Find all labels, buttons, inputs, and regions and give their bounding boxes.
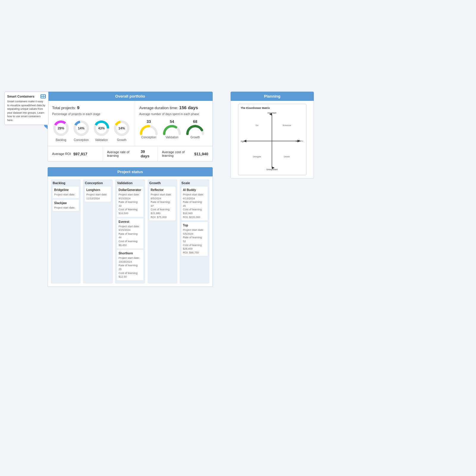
svg-text:Delegate: Delegate bbox=[253, 156, 261, 158]
avg-cost-value: $11,940 bbox=[194, 152, 208, 156]
kanban-board: Backlog Bridgeline Project start date: S… bbox=[48, 176, 213, 287]
overall-portfolio-header: Overall portfolio bbox=[48, 92, 213, 101]
gauge-validation: 54 Validation bbox=[162, 119, 181, 139]
smart-container-title: Smart Containers bbox=[7, 94, 46, 98]
avg-duration-value: 156 days bbox=[179, 105, 198, 110]
col-title-conception: Conception bbox=[85, 181, 111, 185]
col-title-scale: Scale bbox=[181, 181, 208, 185]
svg-text:14%: 14% bbox=[78, 126, 84, 130]
svg-text:Schedule: Schedule bbox=[282, 124, 291, 126]
avg-duration-line: Average duration time: 156 days bbox=[139, 105, 208, 110]
planning-header: Planning bbox=[231, 92, 314, 101]
overall-portfolio-section: Overall portfolio Total projects: 9 Perc… bbox=[48, 92, 213, 162]
col-title-backlog: Backlog bbox=[53, 181, 79, 185]
svg-text:Urgent: Urgent bbox=[241, 140, 246, 143]
kanban-card[interactable]: Shorthorn Project start date: 10/28/2024… bbox=[117, 250, 143, 280]
svg-text:Delete: Delete bbox=[284, 156, 290, 158]
kanban-card[interactable]: Everest Project start date: 9/15/2024Rat… bbox=[117, 218, 143, 249]
avg-rate-value: 39 days bbox=[141, 149, 154, 158]
donut-validation: 43% Validation bbox=[93, 119, 110, 142]
avg-rate-stat: Average rate of learning 39 days bbox=[103, 146, 158, 161]
portfolio-top: Total projects: 9 Percentage of projects… bbox=[48, 101, 212, 146]
avg-roi-stat: Average ROI $97,917 bbox=[48, 146, 103, 161]
donut-row: 29% Backlog 14% Conception bbox=[52, 119, 131, 142]
gauge-row: 33 Conception 54 bbox=[139, 119, 208, 139]
svg-rect-2 bbox=[41, 97, 43, 98]
col-title-validation: Validation bbox=[117, 181, 143, 185]
svg-text:Unimportant: Unimportant bbox=[266, 168, 278, 171]
planning-section: Planning The Eisenhower Matrix bbox=[231, 92, 314, 178]
kanban-card[interactable]: Top Project start date: 5/5/2024Rate of … bbox=[181, 222, 208, 256]
svg-rect-3 bbox=[43, 97, 45, 98]
donut-growth: 14% Growth bbox=[113, 119, 131, 142]
smart-container-description: Smart containers make it easy to visuali… bbox=[7, 100, 46, 122]
avg-days-label: Average number of days spent in each pha… bbox=[139, 112, 208, 116]
project-status-header: Project status bbox=[48, 167, 213, 176]
donut-backlog: 29% Backlog bbox=[52, 119, 70, 142]
planning-body: The Eisenhower Matrix bbox=[231, 101, 314, 178]
col-title-growth: Growth bbox=[149, 181, 176, 185]
svg-text:Important: Important bbox=[267, 112, 276, 114]
svg-text:Do: Do bbox=[256, 124, 259, 126]
kanban-card[interactable]: Slackjaw Project start date: bbox=[53, 200, 79, 211]
portfolio-bottom-stats: Average ROI $97,917 Average rate of lear… bbox=[48, 146, 212, 161]
kanban-card[interactable]: AI Buddy Project start date: 6/13/2024Ra… bbox=[181, 187, 208, 220]
project-status-section: Project status Backlog Bridgeline Projec… bbox=[48, 167, 213, 287]
kanban-card[interactable]: DollarGenerator Project start date: 9/15… bbox=[117, 187, 143, 217]
total-projects-value: 9 bbox=[77, 105, 79, 110]
kanban-col-backlog: Backlog Bridgeline Project start date: S… bbox=[51, 179, 81, 284]
kanban-col-conception: Conception Longhorn Project start date: … bbox=[83, 179, 113, 284]
gauge-growth: 68 Growth bbox=[186, 119, 205, 139]
overall-portfolio-body: Total projects: 9 Percentage of projects… bbox=[48, 101, 213, 162]
avg-roi-value: $97,917 bbox=[73, 152, 87, 156]
kanban-col-scale: Scale AI Buddy Project start date: 6/13/… bbox=[180, 179, 209, 284]
kanban-card[interactable]: Reflector Project start date: 8/5/2024Ra… bbox=[149, 187, 176, 220]
kanban-col-growth: Growth Reflector Project start date: 8/5… bbox=[148, 179, 177, 284]
kanban-col-validation: Validation DollarGenerator Project start… bbox=[115, 179, 145, 284]
svg-text:Not urgent: Not urgent bbox=[296, 140, 303, 142]
svg-text:29%: 29% bbox=[58, 126, 64, 130]
kanban-card[interactable]: Bridgeline Project start date: bbox=[53, 187, 79, 198]
percentage-label: Percentage of projects in each stage bbox=[52, 112, 131, 116]
eisenhower-title: The Eisenhower Matrix bbox=[241, 107, 304, 109]
svg-rect-0 bbox=[41, 95, 43, 96]
donut-conception: 14% Conception bbox=[72, 119, 90, 142]
kanban-card[interactable]: Longhorn Project start date: 11/13/2024 bbox=[85, 187, 111, 202]
svg-text:43%: 43% bbox=[98, 126, 105, 130]
svg-rect-1 bbox=[43, 95, 45, 96]
avg-cost-stat: Average cost of learning $11,940 bbox=[158, 146, 212, 161]
gauge-conception: 33 Conception bbox=[139, 119, 158, 139]
portfolio-phases: Average duration time: 156 days Average … bbox=[135, 101, 212, 146]
svg-text:14%: 14% bbox=[118, 126, 125, 130]
eisenhower-matrix: Important Unimportant Urgent Not urgent … bbox=[241, 111, 303, 171]
smart-container-tooltip: Smart Containers Smart containers make i… bbox=[4, 92, 48, 125]
total-projects-line: Total projects: 9 bbox=[52, 105, 131, 110]
smart-container-icon bbox=[40, 94, 46, 98]
portfolio-stages: Total projects: 9 Percentage of projects… bbox=[48, 101, 135, 146]
